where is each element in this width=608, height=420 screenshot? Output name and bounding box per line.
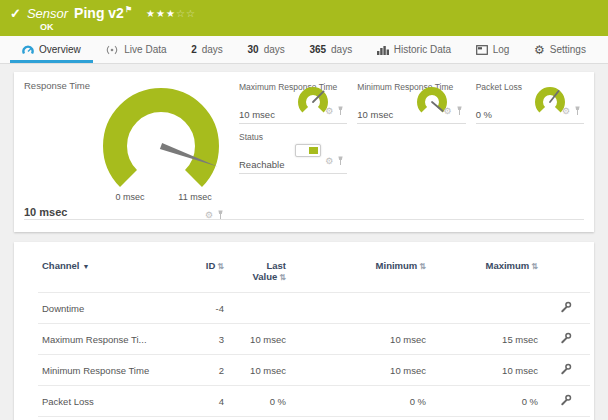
sort-icon: ⇅ bbox=[217, 262, 224, 271]
column-header-channel[interactable]: Channel▼ bbox=[38, 252, 188, 293]
sort-icon: ⇅ bbox=[419, 262, 426, 271]
mini-gauge-grid: Maximum Response Time 10 msec ⚙ Minimum … bbox=[239, 80, 584, 224]
channel-gear-icon[interactable]: ⚙ bbox=[444, 107, 452, 116]
pin-icon[interactable] bbox=[216, 206, 225, 224]
table-row-minimum-response-time[interactable]: Minimum Response Time 2 10 msec 10 msec … bbox=[38, 355, 590, 386]
channel-table: Channel▼ ID⇅ Last Value⇅ Minimum⇅ Maximu… bbox=[38, 252, 590, 420]
tab-365-days[interactable]: 365 days bbox=[305, 36, 356, 63]
pin-icon[interactable] bbox=[336, 102, 345, 120]
response-time-gauge-card: Response Time 0 msec 11 msec 10 msec ⚙ bbox=[24, 80, 229, 220]
sensor-header: ✓ Sensor Ping v2⚑ ★★★☆☆ OK bbox=[0, 0, 608, 36]
log-icon bbox=[476, 45, 488, 55]
channel-table-panel: Channel▼ ID⇅ Last Value⇅ Minimum⇅ Maximu… bbox=[14, 242, 594, 420]
column-header-minimum[interactable]: Minimum⇅ bbox=[290, 252, 430, 293]
status-toggle-indicator bbox=[295, 144, 321, 157]
pin-icon[interactable] bbox=[573, 102, 582, 120]
channel-gear-icon[interactable]: ⚙ bbox=[562, 107, 570, 116]
table-row-packet-loss[interactable]: Packet Loss 4 0 % 0 % 0 % bbox=[38, 386, 590, 417]
sort-descending-icon: ▼ bbox=[82, 263, 89, 270]
packet-loss-card: Packet Loss 0 % ⚙ bbox=[476, 80, 584, 124]
channel-settings-wrench-icon[interactable] bbox=[560, 332, 572, 346]
channel-gear-icon[interactable]: ⚙ bbox=[205, 211, 213, 220]
table-row-downtime[interactable]: Downtime -4 bbox=[38, 293, 590, 324]
column-header-last-value[interactable]: Last Value⇅ bbox=[228, 252, 290, 293]
tab-log[interactable]: Log bbox=[472, 36, 514, 63]
tab-2-days[interactable]: 2 days bbox=[187, 36, 227, 63]
sort-icon: ⇅ bbox=[279, 273, 286, 282]
pin-icon[interactable] bbox=[455, 102, 464, 120]
object-type-label: Sensor bbox=[27, 6, 68, 21]
bar-chart-icon bbox=[377, 45, 389, 55]
column-header-maximum[interactable]: Maximum⇅ bbox=[430, 252, 542, 293]
status-badge: OK bbox=[40, 22, 598, 32]
response-time-gauge bbox=[89, 82, 229, 200]
empty-cell bbox=[476, 130, 584, 174]
tab-settings[interactable]: ⚙ Settings bbox=[530, 36, 590, 63]
status-card: Status Reachable ⚙ bbox=[239, 130, 347, 174]
channel-settings-wrench-icon[interactable] bbox=[560, 394, 572, 408]
page-title: Ping v2⚑ bbox=[74, 5, 132, 21]
channel-settings-wrench-icon[interactable] bbox=[560, 363, 572, 377]
status-value: Reachable bbox=[239, 159, 284, 170]
gear-icon: ⚙ bbox=[534, 44, 545, 56]
min-response-time-card: Minimum Response Time 10 msec ⚙ bbox=[357, 80, 465, 124]
column-header-id[interactable]: ID⇅ bbox=[188, 252, 228, 293]
overview-content: Response Time 0 msec 11 msec 10 msec ⚙ M… bbox=[0, 64, 608, 420]
gauge-scale-max: 11 msec bbox=[172, 192, 218, 202]
gauge-icon bbox=[22, 44, 34, 56]
max-response-time-card: Maximum Response Time 10 msec ⚙ bbox=[239, 80, 347, 124]
gauge-scale-min: 0 msec bbox=[107, 192, 153, 202]
gauge-value: 10 msec bbox=[239, 109, 275, 120]
tab-bar: Overview Live Data 2 days 30 days 365 da… bbox=[0, 36, 608, 64]
priority-stars[interactable]: ★★★☆☆ bbox=[146, 8, 196, 19]
flag-icon[interactable]: ⚑ bbox=[125, 5, 132, 14]
column-header-actions bbox=[542, 252, 590, 293]
channel-settings-wrench-icon[interactable] bbox=[560, 301, 572, 315]
channel-gear-icon[interactable]: ⚙ bbox=[325, 107, 333, 116]
table-row-response-time[interactable]: Response Time 0 10 msec 10 msec 11 msec bbox=[38, 417, 590, 420]
status-ok-check-icon: ✓ bbox=[10, 6, 21, 21]
pin-icon[interactable] bbox=[336, 152, 345, 170]
gauge-value: 10 msec bbox=[24, 206, 67, 218]
gauge-value: 10 msec bbox=[357, 109, 393, 120]
tab-live-data[interactable]: Live Data bbox=[101, 36, 170, 63]
gauges-panel: Response Time 0 msec 11 msec 10 msec ⚙ M… bbox=[14, 72, 594, 232]
live-signal-icon bbox=[105, 45, 119, 55]
empty-cell bbox=[357, 130, 465, 174]
channel-gear-icon[interactable]: ⚙ bbox=[325, 157, 333, 166]
sort-icon: ⇅ bbox=[531, 262, 538, 271]
table-row-maximum-response-time[interactable]: Maximum Response Ti... 3 10 msec 10 msec… bbox=[38, 324, 590, 355]
gauge-value: 0 % bbox=[476, 109, 492, 120]
tab-30-days[interactable]: 30 days bbox=[244, 36, 289, 63]
tab-historic-data[interactable]: Historic Data bbox=[373, 36, 455, 63]
tab-overview[interactable]: Overview bbox=[18, 36, 85, 63]
